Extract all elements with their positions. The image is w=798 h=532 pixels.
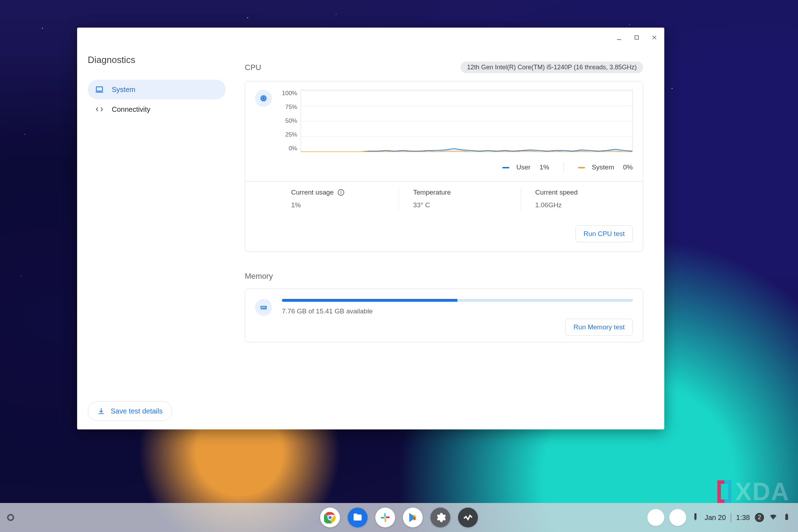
maximize-button[interactable] (631, 32, 642, 43)
sidebar-item-connectivity[interactable]: Connectivity (88, 99, 226, 119)
notification-count[interactable]: 2 (755, 513, 764, 522)
svg-rect-1 (635, 36, 638, 39)
speed-value: 1.06GHz (535, 201, 629, 209)
diagnostics-window: Diagnostics System Connectivity Save tes… (77, 28, 664, 429)
temperature-label: Temperature (413, 189, 507, 196)
cpu-model-chip: 12th Gen Intel(R) Core(TM) i5-1240P (16 … (461, 62, 643, 73)
sidebar-item-system[interactable]: System (88, 80, 226, 99)
svg-rect-24 (261, 308, 262, 310)
memory-section-header: Memory (245, 272, 643, 281)
sidebar-item-label: Connectivity (112, 105, 150, 114)
svg-rect-31 (265, 306, 265, 308)
svg-rect-41 (785, 514, 788, 520)
memory-bar (282, 299, 633, 302)
memory-text: 7.76 GB of 15.41 GB available (282, 307, 633, 315)
stylus-icon[interactable] (691, 513, 700, 523)
app-play-store[interactable] (403, 508, 423, 527)
shelf: Jan 20 1:38 2 (0, 503, 798, 532)
laptop-icon (95, 85, 104, 94)
sidebar: Diagnostics System Connectivity Save tes… (77, 47, 236, 429)
cpu-title: CPU (245, 63, 261, 72)
app-diagnostics[interactable] (458, 508, 478, 527)
app-files[interactable] (348, 508, 368, 527)
tray-tote[interactable] (669, 509, 686, 526)
battery-icon[interactable] (782, 513, 791, 523)
svg-rect-29 (262, 306, 263, 308)
titlebar (77, 28, 664, 47)
download-icon (97, 407, 105, 415)
shelf-apps (320, 508, 478, 527)
watermark: XDA (717, 478, 790, 506)
svg-point-22 (341, 191, 341, 191)
svg-rect-28 (261, 306, 262, 308)
svg-rect-4 (96, 87, 102, 91)
app-settings[interactable] (430, 508, 450, 527)
legend-system-value: 0% (623, 163, 633, 171)
legend-swatch-user (502, 167, 509, 168)
save-test-details-button[interactable]: Save test details (88, 401, 172, 421)
system-tray[interactable]: Jan 20 1:38 2 (647, 509, 791, 526)
app-slack[interactable] (375, 508, 395, 527)
legend-user-label: User (516, 163, 531, 171)
arrows-horizontal-icon (95, 105, 104, 114)
tray-date: Jan 20 (705, 514, 726, 522)
app-chrome[interactable] (320, 508, 340, 527)
svg-rect-35 (384, 513, 386, 517)
main-content: CPU 12th Gen Intel(R) Core(TM) i5-1240P … (236, 47, 664, 429)
svg-rect-7 (263, 98, 264, 99)
svg-rect-40 (695, 520, 696, 520)
speed-label: Current speed (535, 189, 629, 196)
close-button[interactable] (649, 32, 660, 43)
info-icon[interactable] (337, 189, 345, 196)
cpu-section-header: CPU 12th Gen Intel(R) Core(TM) i5-1240P … (245, 62, 643, 73)
svg-rect-37 (385, 518, 386, 522)
launcher-button[interactable] (7, 514, 14, 521)
cpu-usage-chart: 100%75%50%25%0% (282, 90, 633, 152)
cpu-card: 100%75%50%25%0% User 1% (245, 81, 643, 252)
chart-legend: User 1% System 0% (282, 162, 633, 173)
temperature-value: 33° C (413, 201, 507, 209)
legend-user-value: 1% (539, 163, 549, 171)
svg-rect-36 (381, 517, 384, 519)
sidebar-item-label: System (112, 86, 135, 94)
save-button-label: Save test details (111, 407, 163, 415)
svg-rect-38 (386, 516, 389, 518)
current-usage-label: Current usage (291, 189, 384, 196)
run-cpu-test-button[interactable]: Run CPU test (576, 225, 633, 242)
current-usage-value: 1% (291, 201, 384, 209)
run-memory-test-button[interactable]: Run Memory test (565, 319, 633, 336)
memory-icon (255, 299, 272, 316)
memory-title: Memory (245, 272, 273, 281)
memory-card: 7.76 GB of 15.41 GB available Run Memory… (245, 289, 643, 342)
svg-point-34 (328, 515, 332, 519)
svg-rect-42 (786, 514, 787, 514)
tray-time: 1:38 (736, 514, 750, 522)
app-title: Diagnostics (88, 54, 226, 65)
minimize-button[interactable] (613, 32, 625, 43)
cpu-chip-icon (255, 90, 272, 107)
cpu-stats-row: Current usage 1% Temperature 33° C Curre… (245, 181, 643, 216)
tray-phone-hub[interactable] (647, 509, 664, 526)
legend-system-label: System (592, 163, 614, 171)
svg-rect-30 (264, 306, 264, 308)
svg-rect-39 (694, 513, 696, 520)
wifi-icon[interactable] (769, 513, 777, 523)
svg-rect-26 (264, 308, 265, 310)
svg-rect-27 (266, 308, 267, 310)
legend-swatch-system (578, 167, 585, 168)
svg-rect-25 (263, 308, 264, 310)
